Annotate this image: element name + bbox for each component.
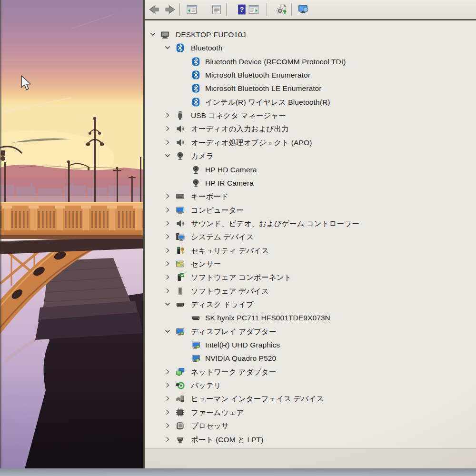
chevron-right-icon[interactable] [164, 260, 171, 268]
tree-item[interactable]: コンピューター [145, 203, 476, 217]
tree-item[interactable]: プロセッサ [145, 419, 476, 433]
tree-item[interactable]: ソフトウェア デバイス [145, 284, 476, 298]
bluetooth-icon [191, 84, 200, 93]
chevron-right-icon[interactable] [164, 395, 171, 402]
tree-item-label: Intel(R) UHD Graphics [205, 340, 280, 350]
tree-item[interactable]: インテル(R) ワイヤレス Bluetooth(R) [145, 95, 476, 109]
tree-item[interactable]: Intel(R) UHD Graphics [145, 338, 476, 352]
tree-item[interactable]: ファームウェア [145, 406, 476, 419]
chevron-right-icon[interactable] [164, 408, 171, 416]
tree-item[interactable]: バッテリ [145, 378, 476, 392]
tree-item[interactable]: ディスプレイ アダプター [145, 325, 476, 338]
bluetooth-icon [191, 70, 200, 79]
speaker-icon [176, 124, 185, 133]
processor-icon [176, 421, 185, 430]
arrow-cursor-icon [20, 75, 32, 92]
screen: ? DESKTOP-FUFO10JBluetoothBluetooth Devi… [0, 0, 476, 476]
chevron-right-icon[interactable] [164, 192, 171, 200]
scan-hardware-icon [298, 4, 309, 15]
tree-item-label: ファームウェア [191, 407, 244, 417]
tree-item[interactable]: ソフトウェア コンポーネント [145, 270, 476, 284]
chevron-right-icon[interactable] [164, 219, 171, 227]
tree-item[interactable]: ディスク ドライブ [145, 298, 476, 311]
tree-item-label: オーディオの入力および出力 [191, 124, 289, 134]
camera-icon [176, 151, 185, 160]
tree-item[interactable]: Microsoft Bluetooth Enumerator [145, 68, 476, 82]
chevron-down-icon[interactable] [149, 30, 157, 38]
show-console-tree-button[interactable] [185, 2, 199, 17]
chevron-right-icon[interactable] [164, 233, 171, 240]
tree-item-label: ネットワーク アダプター [191, 367, 276, 377]
tree-item[interactable]: HP HD Camera [145, 163, 476, 177]
chevron-right-icon[interactable] [164, 422, 171, 429]
properties-icon [211, 4, 222, 15]
update-driver-button[interactable] [275, 2, 289, 17]
tree-item-label: オーディオ処理オブジェクト (APO) [191, 138, 312, 148]
computer-icon [160, 30, 169, 39]
tree-item[interactable]: USB コネクタ マネージャー [145, 109, 476, 122]
tree-item-label: DESKTOP-FUFO10J [176, 30, 246, 40]
scan-hardware-changes-button[interactable] [297, 2, 311, 17]
chevron-down-icon[interactable] [164, 44, 171, 51]
chevron-right-icon[interactable] [164, 206, 171, 214]
tree-item-label: SK hynix PC711 HFS001TDE9X073N [205, 313, 330, 323]
tree-item[interactable]: システム デバイス [145, 230, 476, 244]
chevron-right-icon[interactable] [164, 287, 171, 295]
display-adapter-icon [191, 340, 200, 349]
tree-item-label: Bluetooth [191, 43, 222, 53]
forward-button[interactable] [163, 2, 178, 17]
software-device-icon [176, 287, 185, 296]
tree-item[interactable]: HP IR Camera [145, 176, 476, 190]
tree-item[interactable]: DESKTOP-FUFO10J [145, 28, 476, 41]
tree-item[interactable]: NVIDIA Quadro P520 [145, 351, 476, 365]
chevron-right-icon[interactable] [164, 111, 171, 119]
tree-item[interactable]: オーディオ処理オブジェクト (APO) [145, 136, 476, 149]
tree-item[interactable]: ヒューマン インターフェイス デバイス [145, 392, 476, 406]
tree-item[interactable]: Microsoft Bluetooth LE Enumerator [145, 81, 476, 95]
tree-item-label: プロセッサ [191, 421, 229, 431]
tree-item[interactable]: サウンド、ビデオ、およびゲーム コントローラー [145, 217, 476, 230]
tree-item[interactable]: カメラ [145, 149, 476, 163]
chevron-right-icon[interactable] [164, 139, 171, 146]
tree-item-label: ソフトウェア デバイス [191, 286, 269, 296]
tree-item[interactable]: ネットワーク アダプター [145, 365, 476, 379]
tree-item[interactable]: Bluetooth [145, 41, 476, 55]
help-icon: ? [236, 4, 248, 15]
tree-item[interactable]: キーボード [145, 189, 476, 203]
back-button[interactable] [147, 2, 161, 17]
chevron-right-icon[interactable] [164, 368, 171, 376]
toolbar: ? [145, 0, 476, 20]
chevron-down-icon[interactable] [164, 300, 171, 308]
tree-item-label: NVIDIA Quadro P520 [205, 353, 276, 363]
tree-item-label: ソフトウェア コンポーネント [191, 272, 292, 282]
chevron-right-icon[interactable] [164, 381, 171, 389]
tree-item-label: サウンド、ビデオ、およびゲーム コントローラー [191, 218, 359, 228]
tree-item-label: センサー [191, 259, 221, 269]
device-manager-window: ? DESKTOP-FUFO10JBluetoothBluetooth Devi… [145, 0, 476, 468]
svg-text:?: ? [240, 6, 244, 13]
tree-item[interactable]: Bluetooth Device (RFCOMM Protocol TDI) [145, 55, 476, 69]
chevron-right-icon[interactable] [164, 247, 171, 254]
action-pane-button[interactable] [247, 2, 261, 17]
tree-item[interactable]: ポート (COM と LPT) [145, 433, 476, 446]
toolbar-separator [226, 3, 227, 16]
tree-item[interactable]: セキュリティ デバイス [145, 244, 476, 258]
tree-item-label: HP IR Camera [205, 178, 254, 188]
chevron-right-icon[interactable] [164, 436, 171, 443]
chevron-right-icon[interactable] [164, 273, 171, 281]
hid-icon [176, 394, 185, 403]
display-adapter-icon [176, 327, 185, 336]
tree-item-label: Bluetooth Device (RFCOMM Protocol TDI) [205, 57, 346, 67]
tree-item[interactable]: SK hynix PC711 HFS001TDE9X073N [145, 311, 476, 325]
bluetooth-icon [191, 57, 200, 66]
chevron-right-icon[interactable] [164, 125, 171, 132]
tree-item-label: システム デバイス [191, 232, 254, 242]
chevron-down-icon[interactable] [164, 327, 171, 335]
toolbar-separator [267, 3, 267, 16]
tree-item[interactable]: センサー [145, 257, 476, 271]
bluetooth-icon [176, 43, 185, 52]
chevron-down-icon[interactable] [164, 152, 171, 159]
tree-item[interactable]: オーディオの入力および出力 [145, 122, 476, 136]
port-icon [176, 435, 185, 444]
properties-button[interactable] [209, 2, 224, 17]
